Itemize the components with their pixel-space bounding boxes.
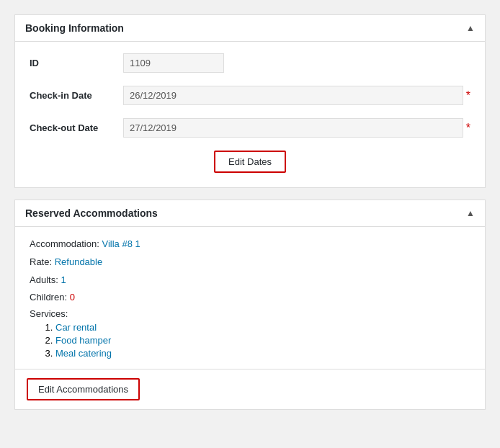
checkin-input[interactable] bbox=[123, 86, 463, 105]
service-meal-catering-link[interactable]: Meal catering bbox=[55, 348, 112, 359]
checkout-input-wrapper: * bbox=[123, 118, 470, 138]
list-item: Meal catering bbox=[55, 348, 470, 359]
accommodations-footer: Edit Accommodations bbox=[15, 369, 485, 409]
children-label: Children: bbox=[30, 292, 67, 303]
checkout-required-star: * bbox=[466, 122, 470, 134]
edit-dates-button[interactable]: Edit Dates bbox=[214, 151, 286, 173]
checkout-label: Check-out Date bbox=[30, 122, 123, 133]
adults-value: 1 bbox=[61, 274, 66, 285]
edit-accommodations-button[interactable]: Edit Accommodations bbox=[27, 378, 140, 400]
accommodations-panel: Reserved Accommodations ▲ Accommodation:… bbox=[14, 200, 486, 410]
children-line: Children: 0 bbox=[30, 290, 470, 305]
checkout-input[interactable] bbox=[123, 118, 463, 138]
checkout-row: Check-out Date * bbox=[30, 118, 470, 138]
list-item: Food hamper bbox=[55, 335, 470, 346]
checkin-required-star: * bbox=[466, 90, 470, 102]
accommodation-label: Accommodation: bbox=[30, 238, 99, 249]
page-wrapper: Booking Information ▲ ID Check-in Date * bbox=[14, 14, 486, 421]
booking-info-body: ID Check-in Date * Check-out Date * bbox=[15, 42, 485, 187]
services-list: Car rental Food hamper Meal catering bbox=[30, 322, 470, 359]
services-label: Services: bbox=[30, 308, 470, 319]
id-row: ID bbox=[30, 53, 470, 73]
rate-label: Rate: bbox=[30, 256, 52, 267]
list-item: Car rental bbox=[55, 322, 470, 333]
rate-line: Rate: Refundable bbox=[30, 255, 470, 270]
checkin-label: Check-in Date bbox=[30, 90, 123, 101]
accommodations-header: Reserved Accommodations ▲ bbox=[15, 200, 485, 227]
id-label: ID bbox=[30, 58, 123, 68]
checkin-row: Check-in Date * bbox=[30, 86, 470, 105]
accommodation-link[interactable]: Villa #8 1 bbox=[102, 238, 140, 249]
service-car-rental-link[interactable]: Car rental bbox=[55, 322, 97, 333]
booking-info-header: Booking Information ▲ bbox=[15, 15, 485, 42]
booking-info-panel: Booking Information ▲ ID Check-in Date * bbox=[14, 14, 486, 188]
adults-line: Adults: 1 bbox=[30, 273, 470, 288]
accommodations-collapse-icon[interactable]: ▲ bbox=[466, 208, 475, 218]
checkin-input-wrapper: * bbox=[123, 86, 470, 105]
service-food-hamper-link[interactable]: Food hamper bbox=[55, 335, 111, 346]
booking-info-title: Booking Information bbox=[25, 22, 124, 34]
id-input-wrapper bbox=[123, 53, 470, 73]
edit-dates-row: Edit Dates bbox=[30, 151, 470, 173]
booking-info-collapse-icon[interactable]: ▲ bbox=[466, 23, 475, 33]
accommodations-title: Reserved Accommodations bbox=[25, 207, 158, 219]
adults-label: Adults: bbox=[30, 274, 58, 285]
accommodation-line: Accommodation: Villa #8 1 bbox=[30, 237, 470, 252]
id-input[interactable] bbox=[123, 53, 224, 73]
children-value: 0 bbox=[70, 292, 75, 303]
rate-link[interactable]: Refundable bbox=[55, 256, 103, 267]
accommodations-body: Accommodation: Villa #8 1 Rate: Refundab… bbox=[15, 227, 485, 359]
